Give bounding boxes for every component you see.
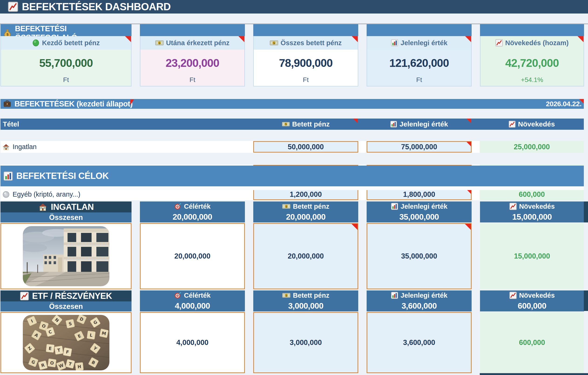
- comment-marker: [351, 224, 357, 230]
- input-cell-jelenlegi-ertek[interactable]: 1,800,000: [367, 189, 472, 200]
- scrabble-tiles-photo: [23, 315, 109, 370]
- goal-header-celertek: Célérték 4,000,000: [140, 290, 245, 311]
- comment-marker: [353, 118, 358, 123]
- input-cell-betett-penz[interactable]: 20,000,000: [253, 223, 358, 289]
- goal-header-value: 3,000,000: [288, 301, 323, 311]
- investments-row-ingatlan: Ingatlan 50,000,000 75,000,000 25,000,00…: [0, 141, 584, 153]
- goal-header-value: 600,000: [518, 301, 546, 311]
- comment-marker: [238, 36, 244, 42]
- row-label: Ingatlan: [2, 141, 37, 153]
- goal-header-betett-penz: Betett pénz 20,000,000: [253, 202, 358, 223]
- comment-marker: [466, 189, 471, 194]
- investments-section-header: BEFEKTETÉSEK (kezdeti állapot) 2026.04.2…: [0, 99, 584, 109]
- title-bar: BEFEKTETÉSEK DASHBOARD: [0, 0, 588, 13]
- goal-header-label: Jelenlegi érték: [401, 292, 448, 299]
- card-unit: Ft: [1, 76, 131, 86]
- input-cell-celertek[interactable]: 20,000,000: [140, 223, 245, 289]
- banknote-icon: [282, 203, 291, 209]
- card-label: Kezdő betett pénz: [42, 39, 100, 47]
- growth-cell: 25,000,000: [480, 141, 584, 153]
- input-cell-betett-penz[interactable]: 3,000,000: [253, 312, 358, 373]
- growth-cell: 600,000: [480, 188, 584, 200]
- bar-chart-icon: [3, 171, 13, 181]
- goal-header-label: Betett pénz: [293, 292, 329, 299]
- goal-header-label: Növekedés: [519, 203, 555, 210]
- card-label-row: Utána érkezett pénz: [140, 36, 244, 50]
- bar-chart-icon: [391, 203, 398, 210]
- goals-section-header: BEFEKTETÉSI CÉLOK: [0, 166, 584, 186]
- chart-up-icon: [495, 39, 503, 47]
- input-cell-betett-penz[interactable]: 1,200,000: [253, 189, 358, 200]
- comment-marker: [579, 99, 584, 104]
- card-label: Jelenlegi érték: [401, 39, 448, 47]
- card-unit: +54.1%: [481, 76, 584, 86]
- next-column-sliver: [584, 202, 588, 223]
- card-label-row: Jelenlegi érték: [367, 36, 471, 50]
- chart-up-icon: [509, 292, 517, 299]
- green-circle-icon: [32, 39, 40, 47]
- column-header-tetel: Tétel: [3, 118, 19, 130]
- banknote-icon: [282, 292, 291, 298]
- input-cell-jelenlegi-ertek[interactable]: 75,000,000: [367, 141, 472, 152]
- growth-cell: 600,000: [480, 312, 584, 373]
- card-label-row: Kezdő betett pénz: [1, 36, 131, 50]
- summary-card-utana-erkezett-penz: Utána érkezett pénz 23,200,000 Ft: [140, 36, 245, 86]
- coin-icon: [2, 191, 10, 198]
- goal-header-jelenlegi-ertek: Jelenlegi érték 35,000,000: [367, 202, 472, 223]
- goal-photo-cell: [0, 223, 132, 289]
- summary-card-osszes-betett-penz: Összes betett pénz 78,900,000 Ft: [253, 36, 358, 86]
- column-header-label: Betett pénz: [292, 120, 330, 128]
- goal-header-value: 3,600,000: [401, 301, 437, 311]
- card-unit: Ft: [367, 76, 471, 86]
- card-unit: Ft: [254, 76, 358, 86]
- card-value: 121,620,000: [367, 50, 471, 76]
- row-label-text: Ingatlan: [12, 143, 37, 151]
- bar-chart-icon: [390, 121, 397, 128]
- comment-marker: [125, 36, 131, 42]
- cell-value: 20,000,000: [288, 252, 324, 260]
- input-cell-jelenlegi-ertek[interactable]: 35,000,000: [367, 223, 472, 289]
- banknote-icon: [282, 121, 290, 127]
- investments-column-header-row: Tétel Betett pénz Jelenlegi érték Növeke…: [0, 118, 584, 130]
- next-row-sliver: [480, 373, 588, 375]
- growth-cell: 15,000,000: [480, 223, 584, 289]
- card-value: 23,200,000: [140, 50, 244, 76]
- column-header-novekedes: Növekedés: [480, 118, 584, 130]
- goal-header-celertek: Célérték 20,000,000: [140, 202, 245, 223]
- comment-marker: [465, 224, 471, 230]
- goal-header-label: Jelenlegi érték: [401, 203, 448, 210]
- column-header-betett-penz: Betett pénz: [253, 118, 358, 130]
- banknote-icon: [270, 40, 278, 46]
- goal-header-value: 35,000,000: [399, 212, 439, 222]
- goal-subtitle: Összesen: [0, 301, 132, 311]
- input-cell-betett-penz[interactable]: 50,000,000: [253, 141, 358, 152]
- card-label-row: Összes betett pénz: [254, 36, 358, 50]
- goal-header-label: Növekedés: [519, 292, 555, 299]
- goal-header-novekedes: Növekedés 15,000,000: [480, 202, 584, 223]
- goal-header-label: Célérték: [184, 203, 210, 210]
- goal-etf-body-row: 4,000,000 3,000,000 3,600,000 600,000: [0, 312, 584, 373]
- comment-marker: [352, 36, 358, 42]
- input-cell-celertek[interactable]: 4,000,000: [140, 312, 245, 373]
- chart-up-icon: [8, 2, 18, 12]
- next-column-sliver: [584, 290, 588, 311]
- cell-value: 35,000,000: [401, 252, 437, 260]
- banknote-icon: [155, 40, 164, 46]
- input-cell-jelenlegi-ertek[interactable]: 3,600,000: [367, 312, 472, 373]
- bar-chart-icon: [391, 39, 398, 47]
- card-value: 55,700,000: [1, 50, 131, 76]
- card-label: Növekedés (hozam): [505, 39, 568, 47]
- goal-name-cell: INGATLAN Összesen: [0, 202, 132, 223]
- goal-header-jelenlegi-ertek: Jelenlegi érték 3,600,000: [367, 290, 472, 311]
- goal-name-text: INGATLAN: [51, 202, 94, 212]
- comment-marker: [466, 142, 471, 147]
- investments-section-title: BEFEKTETÉSEK (kezdeti állapot): [14, 99, 133, 108]
- column-header-label: Növekedés: [518, 120, 555, 128]
- goal-header-label: Betett pénz: [293, 203, 329, 210]
- summary-card-jelenlegi-ertek: Jelenlegi érték 121,620,000 Ft: [367, 36, 472, 86]
- goal-etf-header-row: ETF / RÉSZVÉNYEK Összesen Célérték 4,000…: [0, 290, 584, 311]
- column-header-label: Jelenlegi érték: [399, 120, 448, 128]
- goal-photo-cell: [0, 312, 132, 373]
- goal-header-value: 4,000,000: [175, 301, 210, 311]
- goal-subtitle: Összesen: [0, 213, 132, 223]
